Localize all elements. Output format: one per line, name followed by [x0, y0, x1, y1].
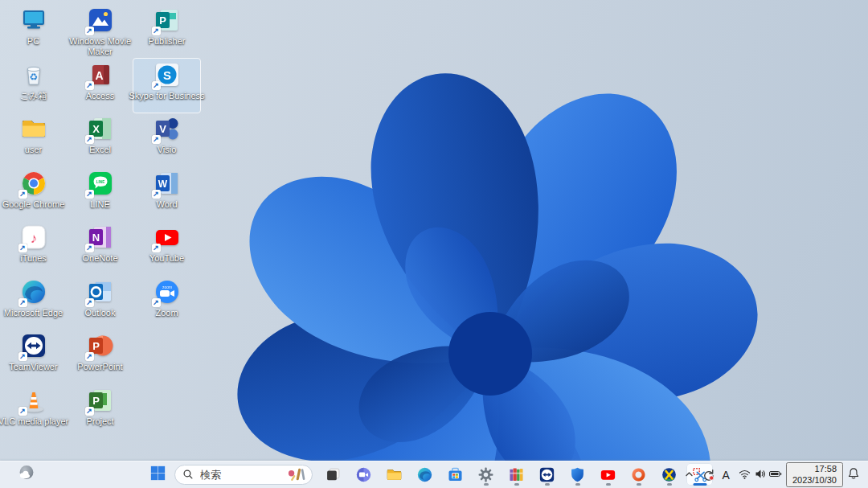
taskbar-winrar-button[interactable] [503, 463, 530, 486]
taskbar-youtube-button[interactable] [595, 463, 621, 486]
outlook-icon: ↗ [87, 278, 114, 306]
running-indicator [606, 483, 611, 486]
weather-cloudy-icon [16, 463, 37, 486]
recycle-bin-icon: ♻ [20, 61, 47, 88]
shortcut-arrow-icon: ↗ [152, 81, 161, 90]
shortcut-arrow-icon: ↗ [85, 81, 94, 90]
desktop-icon-area: PC♻ごみ箱user↗Google Chrome♪↗iTunes↗Microso… [0, 0, 868, 461]
desktop-icon-microsoft-edge[interactable]: ↗Microsoft Edge [0, 276, 67, 330]
desktop-icon-label: Word [128, 199, 206, 210]
desktop-icon-onenote[interactable]: N↗OneNote [67, 221, 133, 275]
taskbar: A 17:58 2023/10/30 [0, 461, 868, 488]
skype-for-business-icon: S↗ [154, 61, 181, 88]
clock-date: 2023/10/30 [792, 475, 837, 486]
start-button[interactable] [145, 463, 170, 486]
shortcut-arrow-icon: ↗ [85, 27, 94, 35]
shortcut-arrow-icon: ↗ [85, 244, 94, 252]
taskbar-edge-button[interactable] [411, 463, 438, 486]
shortcut-arrow-icon: ↗ [152, 135, 161, 144]
taskbar-x-app-button[interactable] [656, 463, 682, 486]
line-icon: LINE↗ [87, 170, 114, 197]
clock[interactable]: 17:58 2023/10/30 [786, 462, 843, 488]
quick-settings-button[interactable] [735, 465, 785, 486]
desktop-icon-access[interactable]: A↗Access [67, 59, 133, 113]
movie-maker-icon: ↗ [87, 6, 114, 34]
settings-icon [477, 465, 494, 484]
taskbar-office-button[interactable] [625, 463, 652, 486]
desktop-icon-visio[interactable]: V↗Visio [133, 113, 200, 166]
desktop-icon-label: Publisher [128, 36, 206, 47]
widgets-weather-button[interactable] [11, 463, 42, 486]
desktop-icon-label: Skype for Business [128, 91, 206, 101]
search-input[interactable] [199, 468, 280, 482]
shortcut-arrow-icon: ↗ [152, 27, 161, 35]
svg-text:V: V [159, 123, 166, 135]
taskbar-chat-button[interactable] [350, 463, 377, 486]
desktop-icon-teamviewer[interactable]: ↗TeamViewer [0, 330, 67, 383]
svg-text:P: P [92, 395, 100, 407]
desktop-icon-powerpoint[interactable]: P↗PowerPoint [67, 330, 133, 383]
svg-text:P: P [159, 14, 166, 27]
publisher-icon: P↗ [154, 6, 181, 34]
desktop-icon-recycle-bin[interactable]: ♻ごみ箱 [0, 59, 67, 113]
battery-icon [768, 467, 782, 483]
svg-text:LINE: LINE [96, 179, 104, 183]
project-icon: P↗ [87, 387, 114, 414]
desktop-icon-publisher[interactable]: P↗Publisher [133, 4, 200, 58]
excel-icon: X↗ [87, 115, 114, 142]
desktop-icon-pc[interactable]: PC [0, 4, 67, 58]
user-folder-icon [20, 115, 47, 142]
shortcut-arrow-icon: ↗ [18, 298, 27, 307]
shortcut-arrow-icon: ↗ [152, 244, 161, 252]
volume-icon [753, 467, 767, 483]
taskbar-settings-button[interactable] [473, 463, 499, 486]
desktop-icon-youtube[interactable]: ↗YouTube [133, 221, 200, 275]
youtube-icon: ↗ [154, 223, 181, 251]
zoom-icon: zoom↗ [154, 278, 181, 306]
desktop-icon-user-folder[interactable]: user [0, 113, 67, 166]
desktop-icon-google-chrome[interactable]: ↗Google Chrome [0, 167, 67, 221]
shortcut-arrow-icon: ↗ [85, 298, 94, 307]
desktop-icon-vlc[interactable]: ↗VLC media player [0, 384, 67, 438]
chevron-up-icon [682, 467, 696, 483]
taskbar-store-button[interactable] [442, 463, 469, 486]
microsoft-edge-icon: ↗ [20, 278, 47, 306]
desktop-icon-project[interactable]: P↗Project [67, 384, 133, 438]
svg-text:N: N [92, 232, 99, 244]
search-icon [182, 469, 194, 480]
desktop-icon-zoom[interactable]: zoom↗Zoom [133, 276, 200, 330]
notification-center-button[interactable] [844, 465, 863, 486]
file-explorer-icon [386, 465, 403, 484]
hidden-icons-button[interactable] [680, 465, 698, 486]
desktop-icon-line[interactable]: LINE↗LINE [67, 167, 133, 221]
pc-icon [20, 6, 47, 34]
bell-icon [846, 466, 861, 483]
shortcut-arrow-icon: ↗ [152, 190, 161, 199]
chat-icon [355, 465, 372, 484]
google-chrome-icon: ↗ [20, 170, 47, 197]
running-indicator [514, 483, 519, 486]
taskbar-defender-button[interactable] [564, 463, 591, 486]
wifi-icon [738, 467, 751, 483]
ime-indicator[interactable]: A [719, 465, 734, 486]
running-indicator [575, 483, 580, 486]
onenote-icon: N↗ [87, 223, 114, 251]
taskbar-task-view-button[interactable] [320, 463, 346, 486]
desktop-icon-word[interactable]: W↗Word [133, 167, 200, 221]
svg-text:A: A [95, 69, 103, 82]
desktop-icon-skype-for-business[interactable]: S↗Skype for Business [133, 59, 200, 113]
shortcut-arrow-icon: ↗ [85, 190, 94, 199]
desktop-icon-excel[interactable]: X↗Excel [67, 113, 133, 166]
update-restart-icon[interactable] [699, 465, 718, 486]
running-indicator [667, 483, 672, 486]
taskbar-file-explorer-button[interactable] [381, 463, 407, 486]
desktop-icon-itunes[interactable]: ♪↗iTunes [0, 221, 67, 275]
desktop-icon-movie-maker[interactable]: ↗Windows Movie Maker [67, 4, 133, 58]
desktop-icon-outlook[interactable]: ↗Outlook [67, 276, 133, 330]
taskbar-teamviewer-button[interactable] [534, 463, 560, 486]
windows-desktop: PC♻ごみ箱user↗Google Chrome♪↗iTunes↗Microso… [0, 0, 868, 488]
svg-text:X: X [92, 123, 100, 135]
desktop-icon-label: Zoom [128, 308, 206, 318]
visio-icon: V↗ [154, 115, 181, 142]
search-box[interactable] [174, 465, 313, 485]
